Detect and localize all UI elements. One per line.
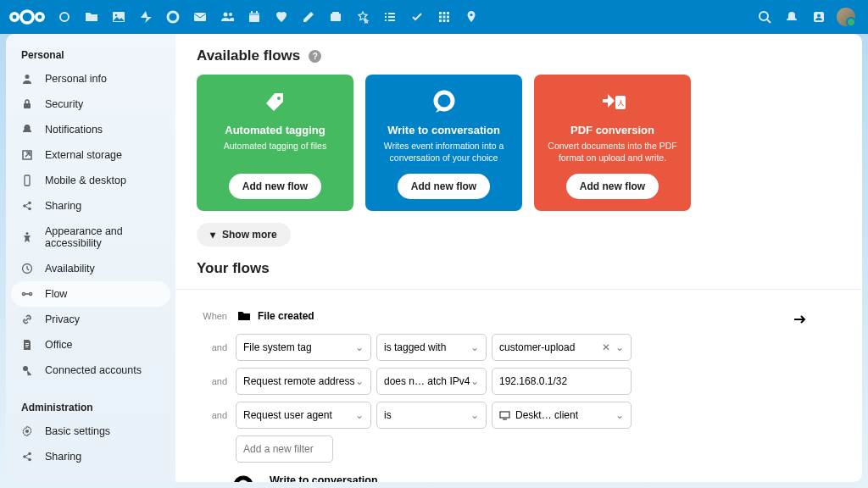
clear-icon[interactable]: ✕ [602, 341, 610, 353]
sidebar-item-mobile[interactable]: Mobile & desktop [6, 168, 175, 193]
condition-op-select[interactable]: is tagged with⌄ [376, 334, 487, 361]
and-label: and [197, 342, 231, 352]
maps-icon[interactable] [458, 3, 485, 30]
svg-point-44 [23, 293, 25, 296]
external-icon [21, 149, 33, 161]
add-flow-button[interactable]: Add new flow [398, 174, 490, 199]
files-icon[interactable] [78, 3, 105, 30]
sidebar-item-external-storage[interactable]: External storage [6, 142, 175, 168]
sidebar-item-security[interactable]: Security [6, 92, 175, 117]
grid-icon[interactable] [431, 3, 458, 30]
flow-icon [21, 288, 33, 300]
sidebar-item-availability[interactable]: Availability [6, 256, 175, 281]
condition-value-select[interactable]: Deskt… client⌄ [492, 402, 632, 429]
flow-action-title: Write to conversation [270, 474, 448, 482]
condition-op-select[interactable]: is⌄ [376, 402, 487, 429]
svg-rect-46 [25, 343, 29, 344]
svg-point-6 [168, 12, 178, 22]
svg-point-32 [760, 12, 768, 20]
bell-icon [21, 124, 33, 136]
svg-point-3 [60, 13, 69, 21]
activity-icon[interactable] [132, 3, 159, 30]
svg-point-9 [229, 13, 232, 16]
user-avatar[interactable] [832, 3, 860, 30]
show-more-button[interactable]: ▾ Show more [197, 223, 291, 247]
svg-rect-30 [447, 19, 449, 22]
sidebar-item-privacy[interactable]: Privacy [6, 307, 175, 332]
condition-field-select[interactable]: Request remote address⌄ [236, 368, 371, 395]
sidebar-item-label: Notifications [45, 124, 103, 136]
svg-rect-19 [388, 16, 395, 18]
sidebar-item-basic-settings[interactable]: Basic settings [6, 419, 175, 444]
mail-icon[interactable] [186, 3, 214, 30]
talk-icon[interactable] [159, 3, 186, 30]
svg-point-2 [36, 14, 44, 21]
svg-point-35 [25, 75, 30, 79]
sidebar-item-label: Office [45, 339, 72, 351]
chevron-down-icon: ⌄ [470, 409, 479, 421]
health-icon[interactable] [268, 3, 295, 30]
collapse-flow-arrow[interactable] [792, 305, 841, 327]
chevron-down-icon: ⌄ [355, 341, 364, 353]
condition-value-tag[interactable]: customer-upload✕⌄ [492, 334, 632, 361]
svg-point-31 [470, 14, 472, 16]
sidebar-item-appearance[interactable]: Appearance and accessibility [6, 219, 175, 256]
search-icon[interactable] [751, 3, 778, 30]
card-title: Write to conversation [387, 124, 500, 136]
desktop-icon [499, 411, 510, 420]
svg-point-53 [277, 97, 281, 100]
doc-icon [21, 339, 33, 351]
sidebar-item-sharing[interactable]: Sharing [6, 193, 175, 219]
tasks-icon[interactable] [376, 3, 403, 30]
contacts-icon[interactable] [214, 3, 241, 30]
sidebar-item-flow[interactable]: Flow [11, 281, 170, 307]
sidebar-item-label: Sharing [45, 451, 81, 463]
top-nav [51, 3, 485, 30]
sidebar-item-office[interactable]: Office [6, 332, 175, 358]
card-desc: Convert documents into the PDF format on… [542, 140, 682, 164]
svg-point-54 [436, 92, 453, 109]
and-label: and [197, 410, 231, 420]
svg-point-45 [30, 293, 32, 296]
chevron-down-icon: ⌄ [470, 341, 479, 353]
sidebar-item-admin-sharing[interactable]: Sharing [6, 444, 175, 469]
condition-op-select[interactable]: does n… atch IPv4⌄ [376, 368, 487, 395]
svg-point-58 [236, 478, 251, 482]
notes-icon[interactable] [295, 3, 322, 30]
svg-rect-28 [439, 19, 442, 22]
calendar-icon[interactable] [241, 3, 268, 30]
svg-rect-23 [443, 12, 446, 14]
chevron-down-icon: ⌄ [615, 409, 624, 421]
help-icon[interactable]: ? [309, 50, 321, 63]
photos-icon[interactable] [105, 3, 132, 30]
add-filter-input[interactable] [236, 435, 333, 463]
checks-icon[interactable] [403, 3, 431, 30]
sidebar-item-label: External storage [45, 149, 122, 161]
sidebar-item-notifications[interactable]: Notifications [6, 117, 175, 142]
chevron-down-icon: ⌄ [355, 409, 364, 421]
contacts-menu-icon[interactable] [805, 3, 832, 30]
condition-value-input[interactable] [492, 368, 632, 395]
flow-card-tagging: Automated tagging Automated tagging of f… [197, 75, 353, 211]
dashboard-icon[interactable] [51, 3, 78, 30]
flow-card-pdf: 人 PDF conversion Convert documents into … [534, 75, 691, 211]
notifications-icon[interactable] [778, 3, 805, 30]
sidebar-item-connected-accounts[interactable]: Connected accounts [6, 358, 175, 383]
svg-rect-12 [251, 11, 253, 14]
sidebar-item-label: Flow [45, 288, 67, 300]
app-logo[interactable] [8, 8, 51, 26]
svg-rect-16 [385, 13, 387, 14]
card-desc: Writes event information into a conversa… [374, 140, 514, 164]
svg-rect-26 [443, 16, 446, 19]
sidebar-heading-admin: Administration [6, 395, 175, 419]
sidebar-item-personal-info[interactable]: Personal info [6, 66, 175, 92]
key-icon [21, 364, 33, 376]
recommendations-icon[interactable] [349, 3, 376, 30]
card-title: Automated tagging [225, 124, 325, 136]
condition-field-select[interactable]: Request user agent⌄ [236, 402, 371, 429]
add-flow-button[interactable]: Add new flow [566, 174, 659, 199]
condition-field-select[interactable]: File system tag⌄ [236, 334, 371, 361]
add-flow-button[interactable]: Add new flow [229, 174, 321, 199]
deck-icon[interactable] [322, 3, 349, 30]
link-icon [21, 313, 33, 325]
